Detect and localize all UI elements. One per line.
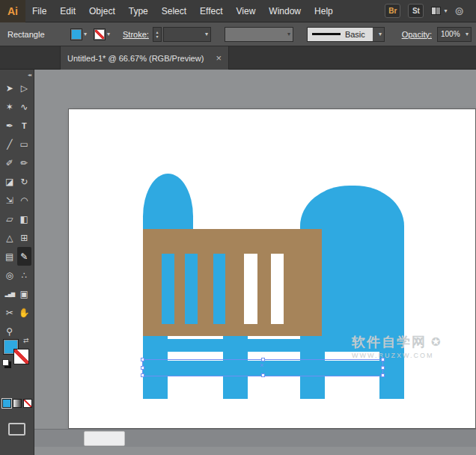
color-button[interactable] [2, 399, 11, 408]
swap-fill-stroke-icon[interactable]: ⇄ [23, 337, 29, 344]
stock-button[interactable]: St [408, 4, 424, 18]
selection-icon: ➤ [6, 83, 13, 94]
screen-mode-button[interactable] [8, 423, 25, 436]
scale-tool[interactable]: ⇲ [2, 191, 17, 210]
tools-panel: ◂◂ ➤▷✶∿✒T╱▭✐✏◪↻⇲◠▱◧△⊞▤✎◎∴▂▄▆▣✂✋⚲ ⇄ [0, 70, 34, 455]
horizontal-scrollbar[interactable] [34, 429, 476, 447]
rectangle-icon: ▭ [20, 139, 28, 150]
free-transform-tool[interactable]: ▱ [2, 210, 17, 228]
selection-handle-nw[interactable] [141, 358, 144, 361]
menu-file[interactable]: File [25, 0, 53, 22]
workspace-switcher[interactable]: ▾ [431, 7, 447, 15]
shape-builder-tool[interactable]: ◧ [17, 210, 32, 228]
menu-edit[interactable]: Edit [53, 0, 82, 22]
bridge-button[interactable]: Br [385, 4, 400, 18]
blend-tool[interactable]: ◎ [2, 266, 17, 284]
chevron-down-icon: ▾ [205, 31, 208, 37]
blend-icon: ◎ [6, 270, 13, 281]
dropdown-arrow[interactable]: ▾ [373, 28, 384, 41]
pen-tool[interactable]: ✒ [2, 116, 17, 135]
fill-color-control[interactable]: ▾ [70, 28, 87, 40]
artboard-canvas[interactable]: 软件自学网 ✪ WWW.RUZXW.COM × [68, 109, 476, 429]
menu-object[interactable]: Object [82, 0, 122, 22]
stroke-color-control[interactable]: ▾ [94, 28, 110, 40]
crib-slat[interactable] [162, 254, 174, 324]
selection-center-point[interactable]: × [260, 362, 263, 369]
pen-icon: ✒ [6, 120, 13, 131]
menu-select[interactable]: Select [155, 0, 193, 22]
rectangle-tool[interactable]: ▭ [17, 135, 32, 153]
perspective-grid-icon: △ [6, 233, 13, 243]
document-tab[interactable]: Untitled-1* @ 66.67% (RGB/Preview) × [60, 46, 229, 70]
fill-stroke-indicator: ⇄ [0, 339, 34, 378]
scrollbar-thumb[interactable] [84, 431, 125, 446]
crib-slat-gap[interactable] [271, 254, 284, 324]
gradient-icon: ▤ [5, 251, 13, 262]
selection-handle-e[interactable] [381, 366, 385, 370]
paintbrush-tool[interactable]: ✐ [2, 153, 17, 172]
stroke-none-swatch[interactable] [94, 28, 106, 40]
document-area: 软件自学网 ✪ WWW.RUZXW.COM × [34, 70, 476, 455]
watermark-url: WWW.RUZXW.COM [352, 352, 476, 359]
perspective-grid-tool[interactable]: △ [2, 228, 17, 247]
selection-handle-s[interactable] [261, 373, 265, 377]
mesh-tool[interactable]: ⊞ [17, 228, 32, 247]
crib-slat[interactable] [185, 254, 198, 324]
none-button[interactable] [23, 399, 32, 408]
stroke-weight-dropdown[interactable]: ▾ [163, 27, 211, 42]
stroke-color-swatch[interactable] [13, 349, 29, 364]
menu-help[interactable]: Help [308, 0, 340, 22]
gradient-button[interactable] [13, 399, 22, 408]
selection-handle-ne[interactable] [381, 358, 385, 361]
selection-tool[interactable]: ➤ [2, 79, 17, 97]
toolbar-collapse-button[interactable]: ◂◂ [0, 70, 34, 79]
crib-slat-gap[interactable] [244, 254, 257, 324]
column-graph-tool[interactable]: ▂▄▆ [2, 284, 17, 303]
width-tool[interactable]: ◠ [17, 191, 32, 210]
menu-effect[interactable]: Effect [193, 0, 229, 22]
hand-icon: ✋ [19, 308, 30, 318]
type-icon: T [22, 121, 27, 130]
rotate-tool[interactable]: ↻ [17, 172, 32, 191]
crib-slat[interactable] [213, 254, 225, 324]
gradient-tool[interactable]: ▤ [2, 247, 17, 266]
stroke-weight-label[interactable]: Stroke: [123, 30, 149, 39]
selection-handle-se[interactable] [381, 373, 385, 377]
cs-live-icon[interactable]: ⊚ [454, 5, 464, 16]
line-segment-icon: ╱ [7, 139, 12, 150]
tab-close-button[interactable]: × [216, 52, 222, 64]
brush-definition-dropdown[interactable]: ▾ [225, 27, 293, 42]
eyedropper-tool[interactable]: ✎ [17, 247, 32, 266]
opacity-label[interactable]: Opacity: [402, 30, 432, 39]
lasso-tool[interactable]: ∿ [17, 97, 32, 116]
tool-context-label: Rectangle [7, 30, 70, 39]
menu-type[interactable]: Type [122, 0, 155, 22]
default-colors-icon[interactable] [2, 359, 9, 366]
pencil-tool[interactable]: ✏ [17, 153, 32, 172]
slice-tool[interactable]: ✂ [2, 303, 17, 322]
symbol-sprayer-tool[interactable]: ∴ [17, 266, 32, 284]
zoom-tool[interactable]: ⚲ [2, 322, 17, 341]
document-tab-title: Untitled-1* @ 66.67% (RGB/Preview) [67, 54, 204, 63]
eraser-tool[interactable]: ◪ [2, 172, 17, 191]
watermark-stamp-icon: ✪ [431, 335, 441, 349]
magic-wand-tool[interactable]: ✶ [2, 97, 17, 116]
mesh-icon: ⊞ [20, 233, 28, 243]
hand-tool[interactable]: ✋ [17, 303, 32, 322]
stroke-weight-stepper[interactable]: ▴ ▾ [153, 27, 162, 42]
direct-selection-tool[interactable]: ▷ [17, 79, 32, 97]
stepper-down-icon[interactable]: ▾ [156, 34, 158, 39]
artboard-tool[interactable]: ▣ [17, 284, 32, 303]
fill-swatch[interactable] [70, 28, 82, 40]
selection-handle-w[interactable] [141, 366, 144, 370]
chevron-down-icon: ▾ [84, 31, 87, 37]
stroke-style-dropdown[interactable]: Basic ▾ [307, 27, 385, 42]
app-logo[interactable]: Ai [0, 0, 25, 22]
opacity-dropdown[interactable]: 100% ▾ [437, 27, 472, 42]
menu-view[interactable]: View [230, 0, 263, 22]
line-segment-tool[interactable]: ╱ [2, 135, 17, 153]
type-tool[interactable]: T [17, 116, 32, 135]
rotate-icon: ↻ [20, 177, 28, 187]
selection-handle-sw[interactable] [141, 373, 144, 377]
menu-window[interactable]: Window [262, 0, 308, 22]
